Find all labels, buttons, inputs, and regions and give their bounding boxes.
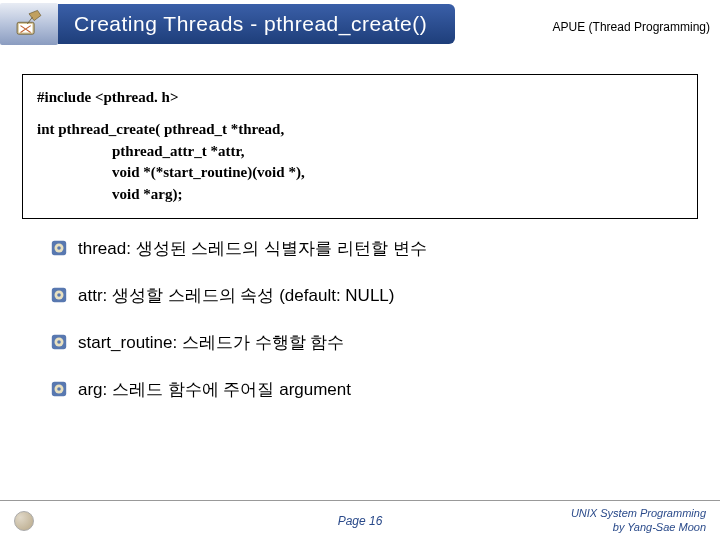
list-item: start_routine: 스레드가 수행할 함수 [50,331,670,354]
svg-point-11 [57,340,61,344]
svg-point-8 [57,293,61,297]
svg-rect-1 [19,24,33,33]
page-number: Page 16 [338,514,383,528]
apue-label: APUE (Thread Programming) [553,20,710,34]
bullet-icon [50,333,68,351]
list-item: attr: 생성할 스레드의 속성 (default: NULL) [50,284,670,307]
svg-point-5 [57,246,61,250]
code-signature: int pthread_create( pthread_t *thread, p… [37,119,683,206]
title-logo-icon [0,3,58,45]
svg-point-14 [57,387,61,391]
bullet-icon [50,286,68,304]
title-bar: Creating Threads - pthread_create() [0,4,455,44]
bullet-text: arg: 스레드 함수에 주어질 argument [78,378,351,401]
footer-left [14,511,34,531]
slide-header: Creating Threads - pthread_create() APUE… [0,0,720,52]
slide-footer: Page 16 UNIX System Programming by Yang-… [0,500,720,540]
slide-title: Creating Threads - pthread_create() [58,4,455,44]
code-box: #include <pthread. h> int pthread_create… [22,74,698,219]
university-logo-icon [14,511,34,531]
list-item: thread: 생성된 스레드의 식별자를 리턴할 변수 [50,237,670,260]
code-include: #include <pthread. h> [37,87,683,109]
footer-line1: UNIX System Programming [571,507,706,520]
bullet-text: start_routine: 스레드가 수행할 함수 [78,331,344,354]
bullet-text: thread: 생성된 스레드의 식별자를 리턴할 변수 [78,237,427,260]
bullet-text: attr: 생성할 스레드의 속성 (default: NULL) [78,284,394,307]
footer-credit: UNIX System Programming by Yang-Sae Moon [571,507,706,533]
bullet-icon [50,239,68,257]
bullet-icon [50,380,68,398]
list-item: arg: 스레드 함수에 주어질 argument [50,378,670,401]
footer-line2: by Yang-Sae Moon [571,521,706,534]
bullet-list: thread: 생성된 스레드의 식별자를 리턴할 변수 attr: 생성할 스… [50,237,670,401]
